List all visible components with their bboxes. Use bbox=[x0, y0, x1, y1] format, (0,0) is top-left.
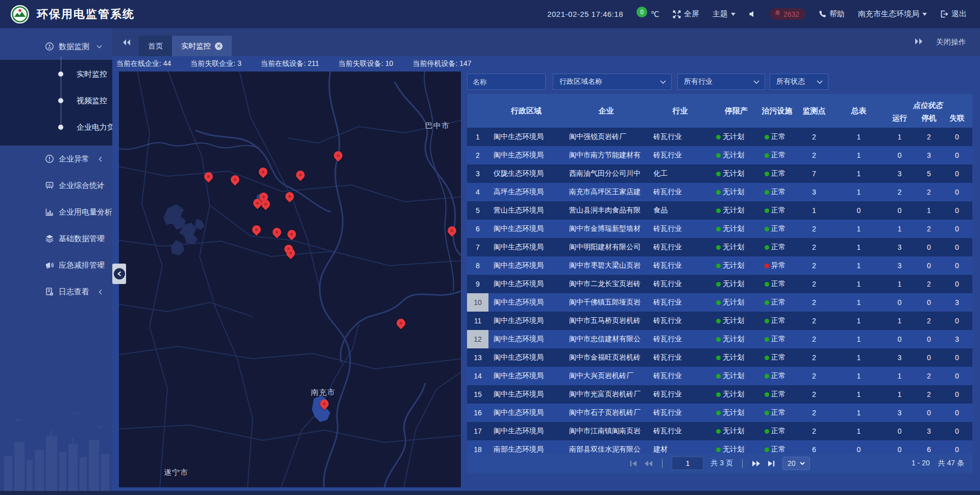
sidebar-subitem-企业电力负荷明细[interactable]: 企业电力负荷明细 bbox=[0, 114, 112, 140]
help-button[interactable]: 帮助 bbox=[819, 9, 845, 19]
sidebar-item-企业异常[interactable]: 企业异常 bbox=[0, 146, 112, 172]
status-dot-green-icon bbox=[716, 429, 721, 434]
table-row[interactable]: 3仪陇生态环境局西南油气田分公司川中化工无计划正常71350 bbox=[467, 164, 972, 183]
cell-region: 阆中生态环境局 bbox=[488, 330, 564, 348]
table-row[interactable]: 18南部生态环境局南部县双佳水泥有限公建材无计划正常60060 bbox=[467, 440, 972, 454]
sidebar-item-基础数据管理[interactable]: 基础数据管理 bbox=[0, 225, 112, 252]
sidebar-subitem-label: 企业电力负荷明细 bbox=[77, 123, 112, 132]
speaker-icon bbox=[749, 10, 756, 18]
sidebar-item-企业用电量分析[interactable]: 企业用电量分析 bbox=[0, 199, 112, 225]
table-row[interactable]: 14阆中生态环境局阆中大兴页岩机砖厂砖瓦行业无计划正常21120 bbox=[467, 367, 972, 385]
map-collapse-button[interactable] bbox=[112, 264, 126, 284]
column-header-facility: 治污设施 bbox=[761, 94, 794, 128]
pagination-bar: 共 3 页 20 1 - 20 bbox=[467, 454, 972, 473]
sidebar-item-企业综合统计[interactable]: 企业综合统计 bbox=[0, 172, 112, 199]
cell-total-meters: 1 bbox=[835, 256, 883, 275]
org-dropdown[interactable]: 南充市生态环境局 bbox=[858, 9, 927, 19]
cell-enterprise: 南部县双佳水泥有限公 bbox=[564, 440, 648, 454]
table-row[interactable]: 4高坪生态环境局南充市高坪区王家店建砖瓦行业无计划正常31220 bbox=[467, 183, 972, 201]
table-row[interactable]: 13阆中生态环境局阆中市金福旺页岩机砖砖瓦行业无计划正常21300 bbox=[467, 348, 972, 367]
row-number: 8 bbox=[467, 256, 488, 275]
table-row[interactable]: 12阆中生态环境局阆中市忠信建材有限公砖瓦行业无计划正常21003 bbox=[467, 330, 972, 348]
status-stat-当前在线企业: 当前在线企业: 44 bbox=[116, 59, 171, 68]
table-row[interactable]: 11阆中生态环境局阆中市五马桥页岩机砖砖瓦行业无计划正常21120 bbox=[467, 312, 972, 330]
cell-enterprise: 南充市高坪区王家店建 bbox=[564, 183, 648, 201]
industry-filter-select[interactable]: 所有行业 bbox=[677, 74, 765, 90]
status-filter-select[interactable]: 所有状态 bbox=[770, 74, 828, 90]
fullscreen-button[interactable]: 全屏 bbox=[673, 9, 699, 19]
sidebar-item-数据监测[interactable]: 数据监测 bbox=[0, 33, 112, 60]
cell-industry: 砖瓦行业 bbox=[648, 275, 712, 293]
status-dot-green-icon bbox=[765, 227, 769, 231]
sidebar: 数据监测实时监控视频监控企业电力负荷明细企业异常企业综合统计企业用电量分析基础数… bbox=[0, 28, 112, 495]
page-size-select[interactable]: 20 bbox=[782, 457, 810, 470]
map-panel[interactable]: 巴中市南充市遂宁市 bbox=[119, 72, 461, 487]
page-title: 环保用电监管系统 bbox=[37, 7, 135, 22]
sidebar-item-日志查看[interactable]: 日志查看 bbox=[0, 278, 112, 305]
sidebar-subitem-视频监控[interactable]: 视频监控 bbox=[0, 87, 112, 114]
sidebar-subitem-实时监控[interactable]: 实时监控 bbox=[0, 61, 112, 87]
last-page-button[interactable] bbox=[768, 460, 775, 467]
sidebar-subitem-label: 视频监控 bbox=[77, 96, 107, 106]
page-number-input[interactable] bbox=[672, 457, 703, 470]
table-row[interactable]: 8阆中生态环境局阆中市枣碧大梁山页岩砖瓦行业无计划异常21300 bbox=[467, 256, 972, 275]
table-row[interactable]: 17阆中生态环境局阆中市江南镇阆南页岩砖瓦行业无计划正常21030 bbox=[467, 422, 972, 440]
column-group-point-status: 点位状态 运行 停机 失联 bbox=[883, 94, 972, 128]
cell-monitor-points: 3 bbox=[794, 183, 835, 201]
cell-total-meters: 1 bbox=[835, 404, 883, 422]
cell-enterprise: 阆中市忠信建材有限公 bbox=[564, 330, 648, 348]
table-row[interactable]: 15阆中生态环境局阆中市光富页岩机砖厂砖瓦行业无计划正常21120 bbox=[467, 385, 972, 404]
cell-industry: 砖瓦行业 bbox=[648, 256, 712, 275]
status-dot-green-icon bbox=[765, 411, 769, 415]
table-row[interactable]: 9阆中生态环境局阆中市二龙长宝页岩砖砖瓦行业无计划正常21120 bbox=[467, 275, 972, 293]
temperature-unit: ℃ bbox=[651, 10, 659, 19]
cell-industry: 砖瓦行业 bbox=[648, 128, 712, 146]
first-page-button[interactable] bbox=[629, 460, 637, 467]
sidebar-item-应急减排管理[interactable]: 应急减排管理 bbox=[0, 252, 112, 278]
cell-facility-status: 正常 bbox=[761, 146, 794, 164]
cell-running: 3 bbox=[883, 404, 916, 422]
tabs-scroll-left-button[interactable] bbox=[122, 39, 131, 46]
cell-enterprise: 阆中强锐页岩砖厂 bbox=[564, 128, 648, 146]
mute-button[interactable] bbox=[749, 10, 756, 18]
tab-label: 首页 bbox=[148, 41, 163, 51]
map-canvas[interactable] bbox=[119, 72, 461, 487]
status-dot-green-icon bbox=[716, 208, 721, 213]
sidebar-item-label: 企业异常 bbox=[59, 154, 89, 164]
name-filter-input[interactable] bbox=[467, 74, 546, 90]
table-row[interactable]: 5营山生态环境局营山县润丰肉食品有限食品无计划正常10010 bbox=[467, 201, 972, 220]
status-dot-green-icon bbox=[765, 190, 769, 195]
cell-region: 仪陇生态环境局 bbox=[488, 164, 564, 183]
close-operations-button[interactable]: 关闭操作 bbox=[936, 37, 966, 47]
logout-button[interactable]: 退出 bbox=[940, 9, 967, 19]
table-row[interactable]: 7阆中生态环境局阆中明阳建材有限公司砖瓦行业无计划正常21300 bbox=[467, 238, 972, 256]
map-city-label-遂宁市: 遂宁市 bbox=[164, 468, 188, 478]
tab-首页[interactable]: 首页 bbox=[139, 36, 172, 56]
status-dot-green-icon bbox=[765, 300, 769, 305]
region-filter-select[interactable]: 行政区域名称 bbox=[553, 74, 672, 90]
tab-实时监控[interactable]: 实时监控✕ bbox=[172, 36, 232, 56]
cell-stopped: 2 bbox=[916, 128, 942, 146]
table-row[interactable]: 1阆中生态环境局阆中强锐页岩砖厂砖瓦行业无计划正常21120 bbox=[467, 128, 972, 146]
status-dot-green-icon bbox=[765, 429, 769, 434]
theme-dropdown[interactable]: 主题 bbox=[713, 9, 736, 19]
chevron-down-icon bbox=[753, 80, 760, 84]
notification-badge[interactable]: 2632 bbox=[770, 8, 805, 20]
table-row[interactable]: 2阆中生态环境局阆中市南方节能建材有砖瓦行业无计划正常21030 bbox=[467, 146, 972, 164]
prev-page-button[interactable] bbox=[644, 460, 653, 467]
gauge-icon bbox=[45, 42, 54, 51]
cell-region: 阆中生态环境局 bbox=[488, 422, 564, 440]
cell-industry: 化工 bbox=[648, 164, 712, 183]
column-header-region: 行政区域 bbox=[488, 94, 564, 128]
status-dot-green-icon bbox=[716, 172, 721, 176]
table-row[interactable]: 16阆中生态环境局阆中市石子页岩机砖厂砖瓦行业无计划正常21300 bbox=[467, 404, 972, 422]
next-page-button[interactable] bbox=[752, 460, 761, 467]
cell-industry: 砖瓦行业 bbox=[648, 422, 712, 440]
megaphone-icon bbox=[45, 261, 54, 270]
tab-close-icon[interactable]: ✕ bbox=[215, 42, 223, 50]
cell-running: 0 bbox=[883, 146, 916, 164]
tabs-scroll-right-button[interactable] bbox=[915, 38, 923, 46]
table-row[interactable]: 6阆中生态环境局阆中市金博瑞新型墙材砖瓦行业无计划正常21120 bbox=[467, 220, 972, 238]
phone-icon bbox=[819, 10, 826, 18]
table-row[interactable]: 10阆中生态环境局阆中千佛镇五郎垭页岩砖瓦行业无计划正常21003 bbox=[467, 293, 972, 312]
